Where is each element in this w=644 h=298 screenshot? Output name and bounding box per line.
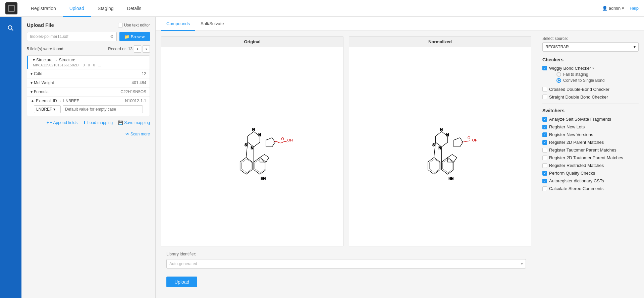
tab-staging[interactable]: Staging (91, 0, 120, 17)
right-content: Compounds Salt/Solvate Original (156, 17, 644, 298)
field-item-structure: ▾ Structure → Structure Mrv1612502101616… (27, 56, 150, 69)
svg-text:HN: HN (448, 177, 453, 180)
collapse-icon-formula[interactable]: ▾ (31, 90, 33, 94)
append-fields-link[interactable]: + + Append fields (47, 120, 77, 125)
svg-text:HN: HN (261, 177, 265, 180)
register-lots-checkbox[interactable]: ✓ (542, 125, 547, 129)
tab-upload[interactable]: Upload (63, 0, 91, 17)
field-item-molweight: ▾ Mol Weight 401.484 (27, 78, 150, 87)
svg-text:N: N (446, 133, 449, 137)
wiggly-dropdown-icon[interactable]: ▾ (592, 66, 594, 70)
library-row: Library identifier: (161, 252, 531, 259)
switcher-register-versions: ✓ Register New Versions (542, 132, 639, 137)
scan-more-link[interactable]: 👁 Scan more (27, 132, 150, 136)
field-item-formula: ▾ Formula C22H19N5OS (27, 87, 150, 97)
radio-fall-circle[interactable] (556, 72, 561, 77)
quality-checkbox[interactable]: ✓ (542, 171, 547, 176)
stereo-checkbox[interactable] (542, 186, 547, 191)
nav-tabs: Registration Upload Staging Details (24, 0, 148, 16)
content-body: Original S (156, 31, 644, 298)
svg-text:O: O (468, 136, 470, 140)
svg-text:N: N (252, 127, 255, 131)
plus-icon: + (47, 120, 49, 125)
upload-button[interactable]: Upload (166, 277, 197, 287)
external-id-options: LNBREF ▾ (31, 103, 146, 116)
radio-convert-single[interactable]: Convert to Single Bond (556, 78, 639, 83)
tab-salt-solvate[interactable]: Salt/Solvate (195, 17, 229, 31)
select-source-label: Select source: (542, 36, 639, 41)
switcher-autoregister: ✓ Autoregister dictionary CSTs (542, 178, 639, 183)
radio-convert-circle[interactable] (556, 78, 561, 83)
tab-details[interactable]: Details (120, 0, 148, 17)
normalized-molecule-svg: S N N N O (393, 113, 487, 180)
svg-marker-11 (241, 159, 252, 173)
field-item-cdid: ▾ CdId 12 (27, 69, 150, 78)
text-editor-checkbox[interactable] (118, 23, 123, 27)
folder-icon: 📁 (124, 34, 129, 39)
save-mapping-link[interactable]: 💾 Save mapping (118, 120, 150, 125)
switcher-register-2d: ✓ Register 2D Parent Matches (542, 140, 639, 145)
collapse-icon-molweight[interactable]: ▾ (31, 80, 33, 85)
field-list: ▾ Structure → Structure Mrv1612502101616… (27, 55, 150, 116)
svg-marker-26 (428, 157, 440, 174)
source-select[interactable]: REGISTRAR ▾ (542, 42, 639, 52)
register-2d-label: Register 2D Parent Matches (549, 140, 604, 145)
svg-text:S: S (432, 143, 435, 147)
user-menu[interactable]: 👤 admin ▾ (602, 6, 624, 11)
app-logo (5, 2, 17, 14)
library-select[interactable]: Auto-generated ▾ (166, 259, 526, 269)
browse-button[interactable]: 📁 Browse (119, 32, 150, 41)
collapse-icon-cdid[interactable]: ▾ (31, 71, 33, 76)
external-id-select-value: LNBREF (36, 107, 52, 112)
original-molecule-svg: S N N N (205, 113, 299, 180)
switcher-restricted: Register Restricted Matches (542, 163, 639, 168)
field-item-externalid: ▲ External_ID → LNBREF N10012-1-1 LNBREF… (27, 97, 150, 116)
svg-point-0 (8, 26, 12, 29)
library-identifier-section: Library identifier: Auto-generated ▾ (161, 252, 531, 271)
sidebar-search-button[interactable] (5, 22, 17, 34)
svg-text:N: N (251, 146, 253, 150)
field-label-cdid: ▾ CdId (31, 71, 42, 76)
field-indicator (27, 56, 28, 69)
straight-checkbox[interactable] (542, 95, 547, 99)
external-id-select[interactable]: LNBREF ▾ (34, 105, 61, 113)
svg-marker-10 (240, 157, 252, 174)
tab-registration[interactable]: Registration (24, 0, 63, 17)
field-label-formula: ▾ Formula (31, 90, 49, 94)
load-icon: ⬆ (83, 120, 86, 125)
external-id-default-input[interactable] (63, 105, 143, 113)
panel-actions: + + Append fields ⬆ Load mapping 💾 Save … (27, 120, 150, 136)
switchers-title: Switchers (542, 108, 639, 113)
user-icon: 👤 (602, 6, 607, 11)
record-next-button[interactable]: › (143, 45, 150, 53)
tautomer-checkbox[interactable] (542, 148, 547, 153)
fields-info: 5 field(s) were found: Record nr. 13 ‹ › (27, 45, 150, 53)
help-link[interactable]: Help (630, 6, 639, 11)
analyze-salt-checkbox[interactable]: ✓ (542, 117, 547, 122)
autoregister-checkbox[interactable]: ✓ (542, 179, 547, 183)
restricted-checkbox[interactable] (542, 163, 547, 168)
scan-more-label: Scan more (130, 132, 150, 136)
quality-label: Perform Quality Checks (549, 171, 595, 176)
user-dropdown-icon: ▾ (622, 6, 624, 11)
load-mapping-link[interactable]: ⬆ Load mapping (83, 120, 113, 125)
eye-icon: 👁 (125, 132, 129, 136)
normalized-panel-body: S N N N O (349, 47, 531, 246)
register-versions-checkbox[interactable]: ✓ (542, 132, 547, 137)
2d-tautomer-label: Register 2D Tautomer Parent Matches (549, 155, 623, 160)
tab-compounds[interactable]: Compounds (161, 17, 195, 31)
2d-tautomer-checkbox[interactable] (542, 156, 547, 160)
wiggly-checkbox[interactable]: ✓ (542, 66, 547, 70)
library-chevron: ▾ (521, 261, 523, 266)
field-value-molweight: 401.484 (132, 80, 146, 85)
crossed-checkbox[interactable] (542, 87, 547, 92)
wiggly-bond (274, 141, 287, 143)
radio-fall-to-staging[interactable]: Fall to staging (556, 72, 639, 77)
use-text-editor-toggle[interactable]: Use text editor (118, 23, 150, 27)
register-2d-checkbox[interactable]: ✓ (542, 140, 547, 145)
checker-item-wiggly: ✓ Wiggly Bond Checker ▾ Fall to staging (542, 66, 639, 84)
collapse-icon[interactable]: ▾ (33, 58, 35, 62)
file-path-input[interactable]: Indoles-polimer11.sdf ⚙ (27, 32, 117, 41)
collapse-icon-externalid[interactable]: ▲ (31, 99, 35, 103)
record-prev-button[interactable]: ‹ (134, 45, 141, 53)
